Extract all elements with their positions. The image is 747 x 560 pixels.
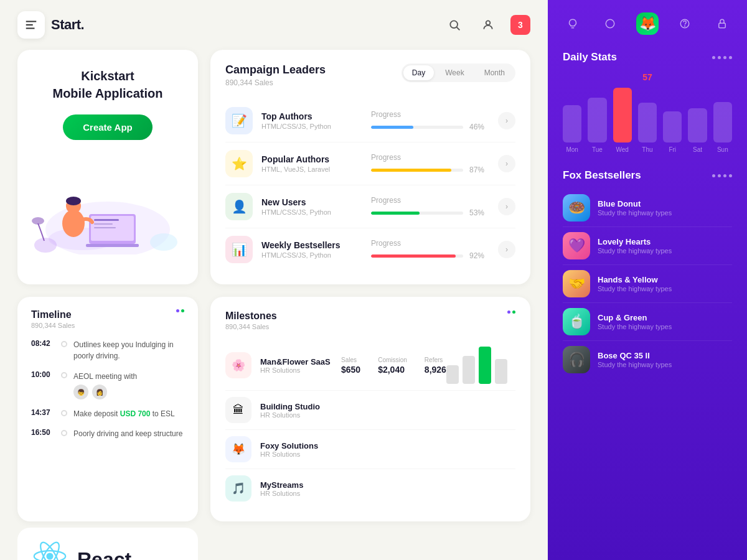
search-icon[interactable] — [443, 14, 466, 36]
svg-point-16 — [66, 197, 81, 205]
svg-rect-10 — [86, 244, 139, 247]
timeline-items: 08:42 Outlines keep you Indulging in poo… — [31, 339, 184, 439]
popular-authors-info: Popular Authors HTML, VueJS, Laravel — [261, 154, 361, 173]
svg-point-19 — [150, 233, 177, 251]
milestones-chart — [446, 347, 521, 384]
timeline-subtitle: 890,344 Sales — [31, 322, 75, 329]
svg-point-5 — [486, 21, 491, 25]
stats-dots-menu[interactable] — [712, 56, 732, 59]
fox-item-blue-donut[interactable]: 🍩 Blue Donut Study the highway types — [563, 189, 732, 227]
milestones-subtitle: 890,344 Sales — [225, 323, 277, 330]
svg-rect-13 — [94, 227, 116, 228]
campaign-row-popular-authors: ⭐ Popular Authors HTML, VueJS, Laravel P… — [225, 142, 515, 185]
tab-week[interactable]: Week — [436, 65, 472, 80]
popular-authors-icon: ⭐ — [225, 150, 253, 177]
bose-qc-image: 🎧 — [563, 346, 590, 373]
main-area: Start. 3 Kickstart Mobile Application Cr… — [0, 0, 548, 560]
milestones-row: 🎵 MyStreams HR Solutions — [225, 469, 515, 508]
new-users-chevron[interactable]: › — [498, 198, 515, 215]
header-actions: 3 — [443, 14, 530, 36]
milestones-header: Milestones 890,344 Sales — [225, 310, 515, 330]
popular-authors-chevron[interactable]: › — [498, 155, 515, 172]
tab-group: Day Week Month — [402, 63, 515, 82]
timeline-item: 16:50 Poorly driving and keep structure — [31, 428, 184, 439]
svg-point-17 — [34, 238, 57, 253]
logo-icon — [17, 11, 45, 39]
timeline-item: 10:00 AEOL meeting with 👦 👩 — [31, 370, 184, 399]
weekly-bestsellers-progress: Progress 92% — [371, 239, 488, 260]
logo-text: Start. — [51, 17, 84, 33]
blue-donut-image: 🍩 — [563, 194, 590, 222]
chart-peak-label: 57 — [642, 72, 652, 82]
svg-rect-11 — [94, 219, 119, 221]
logo: Start. — [17, 11, 84, 39]
svg-point-14 — [62, 210, 85, 237]
timeline-header: Timeline 890,344 Sales — [31, 309, 184, 329]
tab-month[interactable]: Month — [476, 65, 514, 80]
top-authors-info: Top Authors HTML/CSS/JS, Python — [261, 111, 361, 130]
timeline-item: 08:42 Outlines keep you Indulging in poo… — [31, 339, 184, 362]
milestones-menu[interactable] — [507, 310, 515, 314]
lovely-hearts-image: 💜 — [563, 232, 590, 259]
nav-lock-icon[interactable] — [711, 12, 733, 35]
timeline-item: 14:37 Make deposit USD 700 to ESL — [31, 408, 184, 419]
content-grid: Kickstart Mobile Application Create App — [0, 50, 548, 560]
fox-bestsellers-title: Fox Bestsellers — [563, 169, 641, 182]
svg-rect-27 — [719, 23, 726, 28]
daily-stats-chart: 57 Mon Tue Wed Thu — [563, 72, 732, 159]
svg-point-24 — [606, 19, 614, 28]
header: Start. 3 — [0, 0, 548, 50]
user-icon[interactable] — [477, 14, 499, 36]
popular-authors-progress: Progress 87% — [371, 153, 488, 174]
right-panel: 🦊 Daily Stats 57 Mon — [548, 0, 747, 560]
kickstart-card: Kickstart Mobile Application Create App — [17, 50, 198, 284]
nav-bulb-icon[interactable] — [561, 12, 584, 35]
milestones-row: 🌸 Man&Flower SaaS HR Solutions Sales $65… — [225, 340, 515, 391]
timeline-menu[interactable] — [176, 309, 184, 312]
fox-dots-menu[interactable] — [712, 174, 732, 177]
react-label: React — [77, 548, 131, 560]
top-authors-icon: 📝 — [225, 107, 253, 134]
milestones-row: 🏛 Building Studio HR Solutions — [225, 391, 515, 430]
weekly-bestsellers-chevron[interactable]: › — [498, 241, 515, 258]
weekly-bestsellers-info: Weekly Bestsellers HTML/CSS/JS, Python — [261, 240, 361, 259]
fox-item-bose-qc[interactable]: 🎧 Bose QC 35 II Study the highway types — [563, 341, 732, 378]
milestones-title: Milestones — [225, 310, 277, 322]
svg-line-4 — [457, 27, 460, 30]
cup-green-image: 🍵 — [563, 308, 590, 335]
nav-fox-icon[interactable]: 🦊 — [636, 12, 659, 35]
kickstart-illustration — [30, 155, 186, 254]
chart-bars: Mon Tue Wed Thu Fri — [563, 85, 732, 153]
new-users-info: New Users HTML/CSS/JS, Python — [261, 197, 361, 216]
svg-point-18 — [32, 217, 44, 225]
daily-stats-title: Daily Stats — [563, 51, 617, 63]
svg-rect-12 — [94, 223, 113, 225]
fox-item-cup-green[interactable]: 🍵 Cup & Green Study the highway types — [563, 303, 732, 341]
campaign-row-top-authors: 📝 Top Authors HTML/CSS/JS, Python Progre… — [225, 100, 515, 142]
top-authors-chevron[interactable]: › — [498, 112, 515, 129]
weekly-bestsellers-icon: 📊 — [225, 236, 253, 263]
notification-badge[interactable]: 3 — [510, 15, 530, 35]
svg-point-20 — [46, 553, 53, 559]
react-card: React — [17, 528, 198, 560]
hands-yellow-image: 🤝 — [563, 270, 590, 297]
campaign-card: Campaign Leaders 890,344 Sales Day Week … — [210, 50, 530, 284]
timeline-title: Timeline — [31, 309, 75, 320]
panel-nav: 🦊 — [548, 0, 747, 45]
new-users-icon: 👤 — [225, 193, 253, 220]
fox-item-lovely-hearts[interactable]: 💜 Lovely Hearts Study the highway types — [563, 227, 732, 265]
campaign-header: Campaign Leaders 890,344 Sales Day Week … — [225, 63, 515, 87]
new-users-progress: Progress 53% — [371, 196, 488, 217]
milestones-card: Milestones 890,344 Sales 🌸 Man&Flower Sa… — [210, 297, 530, 521]
svg-point-26 — [685, 26, 685, 26]
milestones-row: 🦊 Foxy Solutions HR Solutions — [225, 430, 515, 469]
tab-day[interactable]: Day — [403, 65, 434, 80]
fox-item-hands-yellow[interactable]: 🤝 Hands & Yellow Study the highway types — [563, 265, 732, 303]
campaign-row-new-users: 👤 New Users HTML/CSS/JS, Python Progress… — [225, 185, 515, 228]
kickstart-title: Kickstart Mobile Application — [52, 67, 162, 102]
daily-stats: Daily Stats 57 Mon Tue — [548, 45, 747, 159]
timeline-card: Timeline 890,344 Sales 08:42 Outlines ke… — [17, 297, 198, 521]
create-app-button[interactable]: Create App — [63, 114, 152, 140]
nav-question-icon[interactable] — [674, 12, 696, 35]
nav-circle-icon[interactable] — [599, 12, 621, 35]
